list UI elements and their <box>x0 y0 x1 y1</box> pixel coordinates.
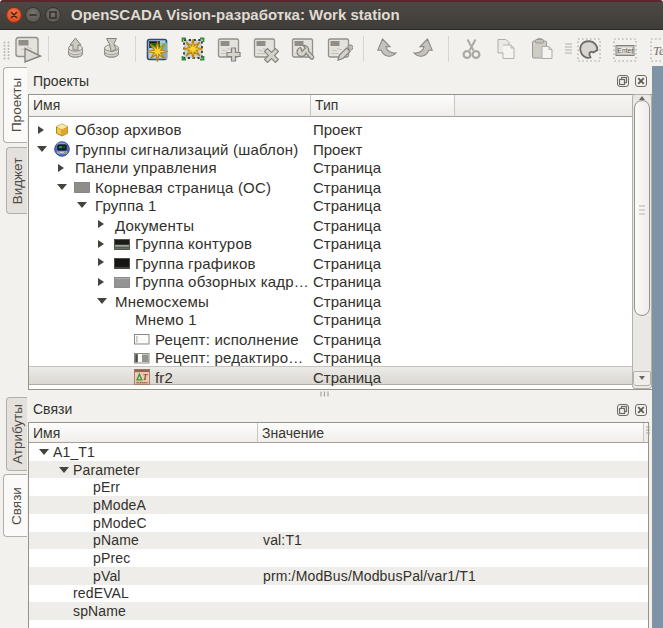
svg-text:T: T <box>143 372 149 382</box>
svg-text:Te: Te <box>653 43 663 58</box>
svg-text:Enter: Enter <box>618 47 635 54</box>
